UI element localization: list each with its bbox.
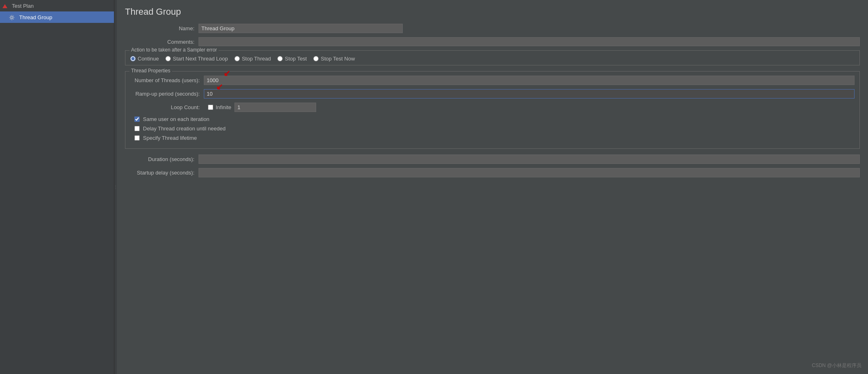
action-section-box: Action to be taken after a Sampler error…	[125, 50, 860, 65]
radio-start-next-input[interactable]	[165, 56, 171, 61]
num-threads-row: Number of Threads (users): ↙	[130, 76, 855, 85]
radio-stop-thread-label: Stop Thread	[242, 56, 271, 62]
panel: Thread Group Name: Comments: Action to b…	[117, 0, 868, 188]
radio-stop-test-now[interactable]: Stop Test Now	[313, 56, 355, 62]
num-threads-label: Number of Threads (users):	[130, 77, 204, 83]
radio-continue-label: Continue	[138, 56, 159, 62]
thread-props-title: Thread Properties	[129, 68, 172, 74]
action-radio-group: Continue Start Next Thread Loop Stop Thr…	[130, 56, 855, 62]
same-user-checkbox[interactable]	[134, 116, 140, 122]
radio-stop-test-input[interactable]	[277, 56, 283, 61]
name-input[interactable]	[199, 24, 403, 33]
comments-input[interactable]	[199, 37, 860, 46]
main-content: Thread Group Name: Comments: Action to b…	[117, 0, 868, 374]
delay-thread-checkbox[interactable]	[134, 126, 140, 131]
name-row: Name:	[125, 24, 860, 33]
startup-delay-label: Startup delay (seconds):	[125, 170, 199, 176]
panel-title: Thread Group	[125, 7, 860, 17]
startup-delay-input[interactable]	[199, 168, 860, 177]
specify-lifetime-checkbox[interactable]	[134, 135, 140, 141]
delay-thread-label: Delay Thread creation until needed	[143, 125, 225, 132]
duration-row: Duration (seconds):	[125, 155, 860, 164]
bottom-section: Duration (seconds): Startup delay (secon…	[125, 155, 860, 177]
radio-stop-thread-input[interactable]	[234, 56, 240, 61]
gear-icon	[9, 14, 17, 20]
radio-stop-test-label: Stop Test	[285, 56, 307, 62]
arrow-annotation-rampup: ↙	[216, 82, 223, 92]
sidebar-test-plan-label: Test Plan	[12, 3, 33, 9]
action-section-title: Action to be taken after a Sampler error	[129, 47, 219, 53]
radio-stop-test-now-label: Stop Test Now	[321, 56, 355, 62]
sidebar-item-test-plan[interactable]: Test Plan	[0, 0, 114, 11]
same-user-row: Same user on each iteration	[130, 116, 855, 122]
rampup-input[interactable]	[204, 89, 855, 99]
radio-start-next-label: Start Next Thread Loop	[173, 56, 228, 62]
radio-stop-thread[interactable]: Stop Thread	[234, 56, 271, 62]
infinite-group: Infinite	[208, 104, 231, 110]
specify-lifetime-label: Specify Thread lifetime	[143, 135, 197, 141]
rampup-row: Ramp-up period (seconds): ↙	[130, 89, 855, 99]
infinite-label: Infinite	[216, 104, 231, 110]
radio-start-next[interactable]: Start Next Thread Loop	[165, 56, 228, 62]
thread-props-section: Thread Properties Number of Threads (use…	[125, 71, 860, 149]
arrow-annotation-threads: ↙	[223, 68, 230, 78]
radio-stop-test[interactable]: Stop Test	[277, 56, 307, 62]
sidebar-thread-group-label: Thread Group	[19, 14, 52, 20]
rampup-label: Ramp-up period (seconds):	[130, 91, 204, 97]
delay-thread-row: Delay Thread creation until needed	[130, 125, 855, 132]
svg-point-0	[11, 17, 13, 19]
comments-label: Comments:	[125, 39, 199, 45]
duration-input[interactable]	[199, 155, 860, 164]
loop-count-row: Loop Count: Infinite	[130, 103, 855, 112]
duration-label: Duration (seconds):	[125, 156, 199, 162]
radio-continue[interactable]: Continue	[130, 56, 159, 62]
watermark: CSDN @小林是程序员	[812, 362, 861, 369]
action-section: Action to be taken after a Sampler error…	[125, 50, 860, 65]
loop-count-label: Loop Count:	[130, 104, 204, 110]
name-label: Name:	[125, 25, 199, 31]
sidebar-item-thread-group[interactable]: Thread Group	[0, 11, 114, 23]
infinite-checkbox[interactable]	[208, 105, 213, 110]
triangle-icon	[2, 2, 9, 9]
num-threads-input[interactable]	[204, 76, 855, 85]
same-user-label: Same user on each iteration	[143, 116, 210, 122]
loop-count-input[interactable]	[234, 103, 316, 112]
specify-lifetime-row: Specify Thread lifetime	[130, 135, 855, 141]
sidebar: Test Plan Thread Group	[0, 0, 114, 374]
comments-row: Comments:	[125, 37, 860, 46]
radio-continue-input[interactable]	[130, 56, 136, 61]
startup-delay-row: Startup delay (seconds):	[125, 168, 860, 177]
watermark-text: CSDN @小林是程序员	[812, 363, 861, 368]
radio-stop-test-now-input[interactable]	[313, 56, 319, 61]
